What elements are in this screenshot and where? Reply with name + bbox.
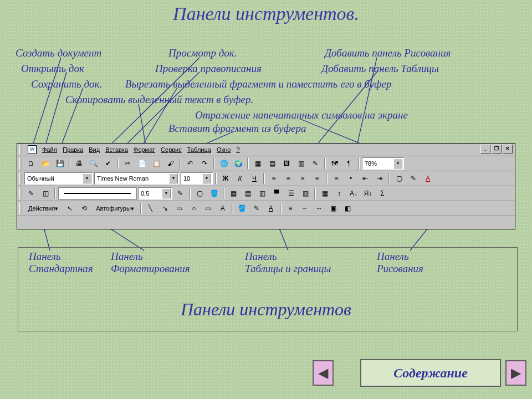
- sort-asc-icon[interactable]: A↓: [347, 187, 360, 200]
- align-justify-icon[interactable]: ≡: [310, 172, 324, 185]
- menu-insert[interactable]: Вставка: [105, 146, 128, 153]
- fill-color-icon[interactable]: 🪣: [236, 202, 249, 215]
- menu-format[interactable]: Формат: [134, 146, 155, 153]
- outside-border-icon[interactable]: ▢: [193, 187, 206, 200]
- line-style-icon[interactable]: ≡: [284, 202, 297, 215]
- line-icon[interactable]: ╲: [144, 202, 157, 215]
- doc-icon[interactable]: W: [28, 145, 37, 154]
- hyperlink-icon[interactable]: 🌐: [217, 157, 231, 170]
- menu-tools[interactable]: Сервис: [161, 146, 182, 153]
- excel-icon[interactable]: 🖼: [280, 157, 293, 170]
- 3d-icon[interactable]: ◧: [341, 202, 355, 215]
- line-color-icon[interactable]: ✎: [250, 202, 263, 215]
- columns-icon[interactable]: ▥: [294, 157, 308, 170]
- document-map-icon[interactable]: 🗺: [328, 157, 341, 170]
- font-combo[interactable]: Times New Roman: [94, 172, 180, 185]
- menu-table[interactable]: Таблица: [187, 146, 211, 153]
- free-rotate-icon[interactable]: ⟲: [78, 202, 91, 215]
- underline-button[interactable]: Ч: [248, 172, 261, 185]
- sort-desc-icon[interactable]: Я↓: [361, 187, 375, 200]
- label-formatting-panel: Панель Форматирования: [111, 250, 190, 275]
- redo-icon[interactable]: ↷: [198, 157, 211, 170]
- border-color-icon[interactable]: ✎: [173, 187, 187, 200]
- borders-icon[interactable]: ▢: [392, 172, 406, 185]
- preview-icon[interactable]: 🔍: [87, 157, 100, 170]
- rectangle-icon[interactable]: ▭: [173, 202, 186, 215]
- restore-button[interactable]: ❐: [492, 145, 502, 154]
- bullet-list-icon[interactable]: •: [344, 172, 357, 185]
- insert-table-icon-2[interactable]: ▦: [227, 187, 240, 200]
- grip[interactable]: [19, 173, 22, 184]
- new-icon[interactable]: 🗋: [24, 157, 38, 170]
- label-cut-buffer: Вырезать выделенный фрагмент и поместить…: [125, 78, 391, 90]
- menu-file[interactable]: Файл: [42, 146, 57, 153]
- line-weight-combo[interactable]: 0,5: [138, 187, 172, 200]
- italic-button[interactable]: К: [233, 172, 247, 185]
- wordart-icon[interactable]: A: [216, 202, 229, 215]
- align-top-icon[interactable]: ▀: [270, 187, 283, 200]
- change-text-direction-icon[interactable]: ↕: [332, 187, 346, 200]
- toolbar-drawing: Действия ▾ ↖ ⟲ Автофигуры ▾ ╲ ↘ ▭ ○ ▭ A …: [17, 201, 515, 216]
- menu-help[interactable]: ?: [236, 146, 239, 153]
- textbox-icon[interactable]: ▭: [202, 202, 215, 215]
- distribute-cols-icon[interactable]: ▥: [299, 187, 312, 200]
- table-autoformat-icon[interactable]: ▦: [318, 187, 331, 200]
- contents-button[interactable]: Содержание: [360, 359, 501, 387]
- grip[interactable]: [19, 145, 22, 154]
- highlight-icon[interactable]: ✎: [407, 172, 420, 185]
- label-create-doc: Создать документ: [16, 47, 101, 59]
- show-hide-icon[interactable]: ¶: [342, 157, 356, 170]
- draw-table-icon[interactable]: ✎: [24, 187, 38, 200]
- insert-table-icon[interactable]: ▤: [265, 157, 279, 170]
- autoshapes-menu[interactable]: Автофигуры ▾: [92, 202, 138, 215]
- bold-button[interactable]: Ж: [219, 172, 232, 185]
- shading-color-icon[interactable]: 🪣: [207, 187, 221, 200]
- prev-slide-button[interactable]: ◀: [313, 360, 334, 386]
- style-combo[interactable]: Обычный: [24, 172, 93, 185]
- grip[interactable]: [19, 188, 22, 199]
- close-button[interactable]: ✕: [503, 145, 513, 154]
- save-icon[interactable]: 💾: [53, 157, 66, 170]
- cut-icon[interactable]: ✂: [121, 157, 134, 170]
- distribute-rows-icon[interactable]: ☰: [284, 187, 298, 200]
- font-color-icon-2[interactable]: A: [264, 202, 278, 215]
- copy-icon[interactable]: 📄: [135, 157, 149, 170]
- menu-edit[interactable]: Правка: [63, 146, 83, 153]
- actions-menu[interactable]: Действия ▾: [24, 202, 62, 215]
- drawing-toolbar-icon[interactable]: ✎: [309, 157, 322, 170]
- paste-icon[interactable]: 📋: [150, 157, 163, 170]
- fontsize-combo[interactable]: 10: [181, 172, 213, 185]
- menu-window[interactable]: Окно: [217, 146, 231, 153]
- align-center-icon[interactable]: ≡: [282, 172, 295, 185]
- numbered-list-icon[interactable]: ≡: [330, 172, 343, 185]
- menu-view[interactable]: Вид: [89, 146, 100, 153]
- grip[interactable]: [19, 158, 22, 169]
- grip[interactable]: [19, 203, 22, 214]
- merge-cells-icon[interactable]: ▤: [241, 187, 254, 200]
- oval-icon[interactable]: ○: [187, 202, 201, 215]
- shadow-icon[interactable]: ▣: [327, 202, 340, 215]
- eraser-icon[interactable]: ◫: [39, 187, 52, 200]
- format-painter-icon[interactable]: 🖌: [164, 157, 177, 170]
- autosum-icon[interactable]: Σ: [376, 187, 389, 200]
- line-style-combo[interactable]: [58, 187, 137, 200]
- align-right-icon[interactable]: ≡: [296, 172, 309, 185]
- minimize-button[interactable]: _: [480, 145, 490, 154]
- split-cells-icon[interactable]: ▥: [255, 187, 269, 200]
- tables-borders-icon[interactable]: ▦: [251, 157, 264, 170]
- select-objects-icon[interactable]: ↖: [63, 202, 76, 215]
- zoom-combo[interactable]: 78%: [362, 157, 404, 170]
- next-slide-button[interactable]: ▶: [505, 360, 526, 386]
- indent-icon[interactable]: ⇥: [373, 172, 386, 185]
- arrow-icon[interactable]: ↘: [158, 202, 172, 215]
- dash-style-icon[interactable]: ┄: [298, 202, 311, 215]
- arrow-style-icon[interactable]: ↔: [313, 202, 326, 215]
- outdent-icon[interactable]: ⇤: [359, 172, 372, 185]
- undo-icon[interactable]: ↶: [183, 157, 197, 170]
- align-left-icon[interactable]: ≡: [267, 172, 280, 185]
- open-icon[interactable]: 📂: [39, 157, 52, 170]
- spellcheck-icon[interactable]: ✔: [101, 157, 115, 170]
- print-icon[interactable]: 🖶: [73, 157, 86, 170]
- web-toolbar-icon[interactable]: 🌍: [232, 157, 245, 170]
- font-color-icon[interactable]: A: [421, 172, 434, 185]
